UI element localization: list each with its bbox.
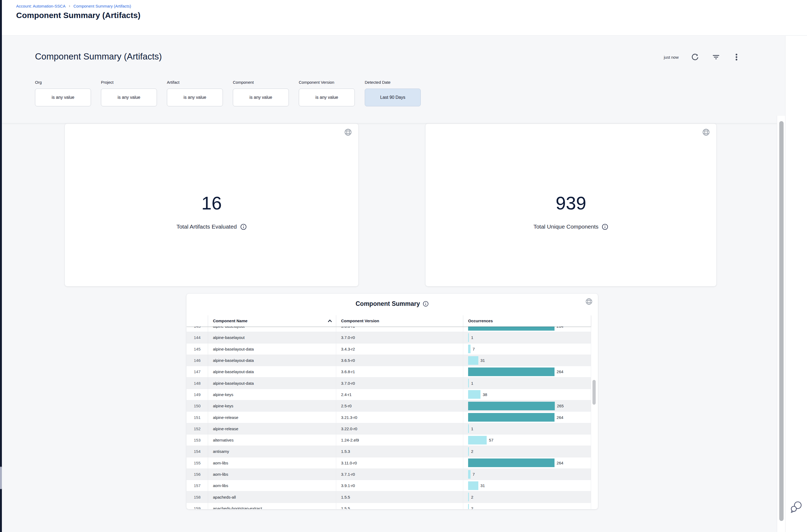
occurrence-value: 31 bbox=[480, 483, 485, 488]
occurrence-value: 7 bbox=[473, 347, 475, 352]
cell-component-name: apacheds-all bbox=[208, 491, 336, 502]
column-header-component-name[interactable]: Component Name bbox=[208, 315, 336, 326]
cell-component-name: alpine-release bbox=[208, 423, 336, 434]
cell-component-name: alpine-baselayout bbox=[208, 332, 336, 343]
metric-card-unique-components: 939 Total Unique Components bbox=[425, 123, 716, 286]
cell-row-index: 159 bbox=[187, 503, 208, 509]
filter-detected-date: Detected DateLast 90 Days bbox=[365, 80, 421, 106]
occurrence-bar bbox=[468, 402, 555, 410]
nav-rail-scroll-thumb[interactable] bbox=[0, 467, 2, 489]
refresh-icon bbox=[691, 53, 699, 61]
filter-label: Project bbox=[101, 80, 157, 84]
collapsed-nav-rail[interactable] bbox=[0, 0, 2, 532]
cell-occurrences: 264 bbox=[463, 457, 591, 469]
column-header-label: Component Version bbox=[341, 319, 379, 323]
page-header: Account: Automation-SSCA › Component Sum… bbox=[2, 0, 807, 36]
occurrence-bar bbox=[468, 390, 480, 399]
breadcrumb-current-link[interactable]: Component Summary (Artifacts) bbox=[74, 4, 131, 8]
filter-value-chip[interactable]: is any value bbox=[167, 89, 223, 106]
cell-occurrences: 1 bbox=[463, 423, 591, 434]
cell-occurrences: 57 bbox=[463, 435, 591, 445]
refresh-button[interactable] bbox=[690, 53, 699, 62]
occurrence-value: 2 bbox=[471, 495, 473, 499]
cell-occurrences: 265 bbox=[463, 400, 591, 412]
cell-component-name: apacheds-bootstrap-extract bbox=[208, 503, 336, 509]
cell-component-version: 3.4.3-r2 bbox=[336, 344, 463, 355]
occurrence-bar bbox=[468, 379, 469, 387]
filter-org: Orgis any value bbox=[35, 80, 91, 106]
cell-row-index: 144 bbox=[187, 332, 208, 343]
info-icon[interactable] bbox=[602, 224, 608, 230]
occurrence-bar bbox=[468, 481, 478, 490]
table-row: 152alpine-release3.22.0-r01 bbox=[187, 423, 591, 435]
cell-component-version: 2.4-r1 bbox=[336, 389, 463, 400]
table-row: 153alternatives1.24-2.el957 bbox=[187, 435, 591, 446]
more-options-button[interactable] bbox=[732, 53, 741, 62]
cell-component-version: 3.6.5-r0 bbox=[336, 355, 463, 366]
metric-content: 939 Total Unique Components bbox=[426, 131, 716, 293]
cell-component-name: alpine-baselayout-data bbox=[208, 366, 336, 377]
info-icon[interactable] bbox=[423, 301, 429, 307]
cell-occurrences: 1 bbox=[463, 378, 591, 388]
cell-component-name: aom-libs bbox=[208, 469, 336, 480]
cell-component-name: alpine-baselayout-data bbox=[208, 344, 336, 355]
filter-button[interactable] bbox=[711, 53, 720, 62]
filter-value-chip[interactable]: Last 90 Days bbox=[365, 89, 421, 106]
metric-content: 16 Total Artifacts Evaluated bbox=[65, 131, 358, 293]
page-scrollbar-thumb[interactable] bbox=[779, 121, 784, 521]
occurrence-bar bbox=[468, 424, 469, 433]
column-header-occurrences[interactable]: Occurrences bbox=[463, 315, 591, 326]
occurrence-value: 31 bbox=[480, 358, 485, 363]
filter-bar: Orgis any valueProjectis any valueArtifa… bbox=[35, 80, 421, 106]
cell-row-index: 156 bbox=[187, 469, 208, 480]
metric-label: Total Unique Components bbox=[534, 224, 599, 230]
cell-occurrences: 2 bbox=[463, 503, 591, 509]
table-row: 148alpine-baselayout-data3.7.0-r01 bbox=[187, 378, 591, 389]
occurrence-value: 57 bbox=[489, 438, 494, 442]
column-header-label: Occurrences bbox=[468, 319, 493, 323]
filter-value-chip[interactable]: is any value bbox=[101, 89, 157, 106]
filter-label: Component Version bbox=[299, 80, 355, 84]
breadcrumb: Account: Automation-SSCA › Component Sum… bbox=[16, 3, 131, 8]
occurrence-bar bbox=[468, 333, 469, 342]
table-title: Component Summary bbox=[356, 300, 420, 307]
column-header-component-version[interactable]: Component Version bbox=[336, 315, 463, 326]
occurrence-bar bbox=[468, 470, 470, 479]
help-chat-button[interactable] bbox=[789, 499, 804, 514]
occurrence-bar bbox=[468, 436, 487, 444]
info-icon[interactable] bbox=[240, 224, 247, 230]
table-row: 145alpine-baselayout-data3.4.3-r27 bbox=[187, 344, 591, 355]
table-scrollbar-thumb[interactable] bbox=[593, 380, 596, 405]
sort-ascending-icon[interactable] bbox=[328, 319, 332, 323]
table-row: 158apacheds-all1.5.52 bbox=[187, 491, 591, 503]
occurrence-value: 7 bbox=[473, 472, 475, 477]
cell-component-version: 1.5.3 bbox=[336, 446, 463, 457]
occurrence-value: 2 bbox=[471, 449, 473, 454]
breadcrumb-account-link[interactable]: Account: Automation-SSCA bbox=[16, 4, 65, 8]
cell-row-index: 143 bbox=[187, 327, 208, 332]
cell-component-name: aom-libs bbox=[208, 457, 336, 469]
occurrence-value: 1 bbox=[471, 426, 473, 431]
table-row: 146alpine-baselayout-data3.6.5-r031 bbox=[187, 355, 591, 366]
cell-row-index: 145 bbox=[187, 344, 208, 355]
filter-value-chip[interactable]: is any value bbox=[233, 89, 289, 106]
filter-component-version: Component Versionis any value bbox=[299, 80, 355, 106]
filter-value-chip[interactable]: is any value bbox=[299, 89, 355, 106]
table-row: 154antisamy1.5.32 bbox=[187, 446, 591, 457]
occurrence-bar bbox=[468, 458, 555, 467]
metric-value: 16 bbox=[201, 194, 222, 212]
occurrence-value: 1 bbox=[471, 335, 473, 340]
table-row: 150alpine-keys2.5-r0265 bbox=[187, 400, 591, 412]
cell-component-name: alpine-baselayout-data bbox=[208, 378, 336, 388]
cell-component-version: 2.5-r0 bbox=[336, 400, 463, 412]
metric-label-row: Total Artifacts Evaluated bbox=[176, 224, 247, 230]
cell-component-name: alternatives bbox=[208, 435, 336, 445]
filter-label: Detected Date bbox=[365, 80, 421, 84]
page-scrollbar-track[interactable] bbox=[777, 116, 786, 532]
filter-value-chip[interactable]: is any value bbox=[35, 89, 91, 106]
table-row: 151alpine-release3.21.3-r0264 bbox=[187, 412, 591, 423]
cell-row-index: 148 bbox=[187, 378, 208, 388]
occurrence-value: 264 bbox=[557, 461, 563, 465]
cell-occurrences: 264 bbox=[463, 327, 591, 332]
occurrence-value: 264 bbox=[557, 415, 563, 420]
